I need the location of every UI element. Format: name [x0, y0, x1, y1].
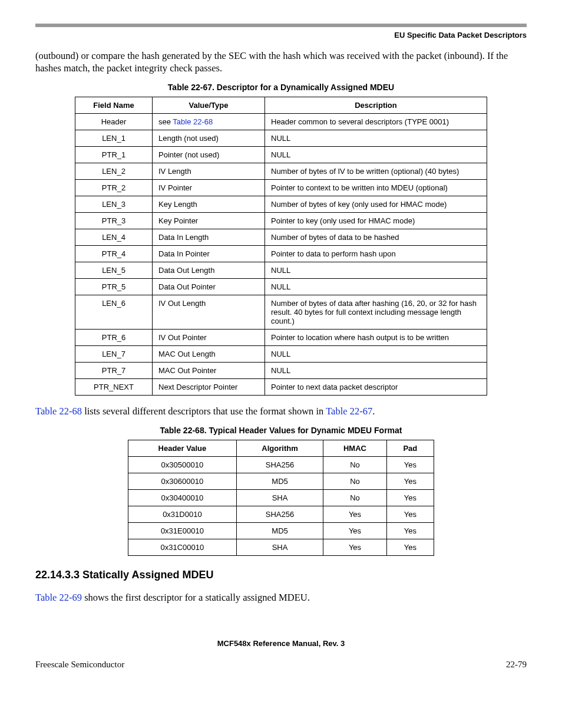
table-22-67: Field Name Value/Type Description Header…	[75, 97, 487, 396]
cell-description: Header common to several descriptors (TY…	[265, 113, 487, 130]
table-row: LEN_1Length (not used)NULL	[75, 130, 487, 146]
cell-value-type: Data In Length	[153, 229, 265, 245]
col-field-name: Field Name	[75, 97, 153, 113]
col-header-value: Header Value	[128, 440, 237, 457]
cell: Yes	[323, 523, 386, 539]
col-value-type: Value/Type	[153, 97, 265, 113]
cell: 0x30600010	[128, 473, 237, 490]
table-row: PTR_3Key PointerPointer to key (only use…	[75, 212, 487, 229]
table-row: 0x30600010MD5NoYes	[128, 473, 434, 490]
cell-value-type: IV Length	[153, 163, 265, 179]
cell-value-type: Key Length	[153, 196, 265, 212]
cell: SHA256	[236, 506, 323, 523]
footer-left: Freescale Semiconductor	[35, 660, 124, 670]
cell-value-type: Pointer (not used)	[153, 146, 265, 163]
cell-field-name: PTR_NEXT	[75, 378, 153, 395]
table-row: PTR_1Pointer (not used)NULL	[75, 146, 487, 163]
cell: Yes	[386, 473, 434, 490]
cell-value-type: MAC Out Pointer	[153, 362, 265, 378]
cell: Yes	[386, 539, 434, 556]
cell-description: NULL	[265, 362, 487, 378]
cell-description: Pointer to key (only used for HMAC mode)	[265, 212, 487, 229]
cell-description: Pointer to location where hash output is…	[265, 329, 487, 345]
table-row: PTR_7MAC Out PointerNULL	[75, 362, 487, 378]
cell: SHA	[236, 539, 323, 556]
cell: No	[323, 457, 386, 473]
cell-field-name: LEN_1	[75, 130, 153, 146]
col-pad: Pad	[386, 440, 434, 457]
footer-page-number: 22-79	[506, 660, 527, 670]
cell: No	[323, 490, 386, 506]
table-row: 0x30500010SHA256NoYes	[128, 457, 434, 473]
cell: SHA256	[236, 457, 323, 473]
table-row: LEN_7MAC Out LengthNULL	[75, 345, 487, 362]
footer-doc-title: MCF548x Reference Manual, Rev. 3	[35, 639, 527, 648]
table-22-68: Header Value Algorithm HMAC Pad 0x305000…	[128, 440, 434, 556]
cell-value-type: IV Pointer	[153, 179, 265, 196]
cell-field-name: PTR_7	[75, 362, 153, 378]
running-header: EU Specific Data Packet Descriptors	[35, 31, 527, 39]
cell-value-type: Data Out Pointer	[153, 278, 265, 295]
link-in-cell[interactable]: Table 22-68	[173, 117, 213, 126]
cell-description: NULL	[265, 146, 487, 163]
cell: Yes	[386, 523, 434, 539]
cell-field-name: LEN_2	[75, 163, 153, 179]
cell-description: NULL	[265, 262, 487, 278]
cell-field-name: LEN_7	[75, 345, 153, 362]
col-algorithm: Algorithm	[236, 440, 323, 457]
section-heading: 22.14.3.3 Statically Assigned MDEU	[35, 569, 527, 581]
cell-description: Pointer to data to perform hash upon	[265, 245, 487, 262]
cell-description: NULL	[265, 130, 487, 146]
link-table-22-67[interactable]: Table 22-67	[326, 406, 372, 417]
cell-description: Pointer to context to be written into MD…	[265, 179, 487, 196]
cell: Yes	[323, 539, 386, 556]
cell-field-name: LEN_4	[75, 229, 153, 245]
mid-post: .	[372, 406, 375, 417]
table2-caption: Table 22-68. Typical Header Values for D…	[35, 426, 527, 435]
table-row: LEN_2IV LengthNumber of bytes of IV to b…	[75, 163, 487, 179]
cell-value-type: IV Out Pointer	[153, 329, 265, 345]
table-row: 0x31E00010MD5YesYes	[128, 523, 434, 539]
table-row: PTR_NEXTNext Descriptor PointerPointer t…	[75, 378, 487, 395]
table-row: Headersee Table 22-68Header common to se…	[75, 113, 487, 130]
cell-value-type: Data Out Length	[153, 262, 265, 278]
link-table-22-69[interactable]: Table 22-69	[35, 592, 82, 603]
cell: 0x31D0010	[128, 506, 237, 523]
table-row: LEN_6IV Out LengthNumber of bytes of dat…	[75, 295, 487, 329]
table-row: LEN_3Key LengthNumber of bytes of key (o…	[75, 196, 487, 212]
cell-description: NULL	[265, 278, 487, 295]
cell-value-type: Key Pointer	[153, 212, 265, 229]
cell: MD5	[236, 523, 323, 539]
link-table-22-68[interactable]: Table 22-68	[35, 406, 82, 417]
cell: No	[323, 473, 386, 490]
table-row: PTR_4Data In PointerPointer to data to p…	[75, 245, 487, 262]
cell-description: Number of bytes of key (only used for HM…	[265, 196, 487, 212]
table-header-row: Field Name Value/Type Description	[75, 97, 487, 113]
cell: 0x31C00010	[128, 539, 237, 556]
cell: Yes	[386, 490, 434, 506]
table-row: 0x31C00010SHAYesYes	[128, 539, 434, 556]
last-paragraph: Table 22-69 shows the first descriptor f…	[35, 591, 527, 604]
table-row: LEN_5Data Out LengthNULL	[75, 262, 487, 278]
header-rule	[35, 24, 527, 27]
cell-value-type: see Table 22-68	[153, 113, 265, 130]
cell-description: Number of bytes of IV to be written (opt…	[265, 163, 487, 179]
cell-field-name: PTR_4	[75, 245, 153, 262]
cell-field-name: PTR_1	[75, 146, 153, 163]
cell-value-type: IV Out Length	[153, 295, 265, 329]
cell-field-name: PTR_2	[75, 179, 153, 196]
table1-caption: Table 22-67. Descriptor for a Dynamicall…	[35, 83, 527, 92]
cell: MD5	[236, 473, 323, 490]
cell: SHA	[236, 490, 323, 506]
table-row: PTR_5Data Out PointerNULL	[75, 278, 487, 295]
intro-paragraph: (outbound) or compare the hash generated…	[35, 50, 527, 74]
cell-field-name: PTR_6	[75, 329, 153, 345]
cell: Yes	[386, 457, 434, 473]
last-rest: shows the first descriptor for a statica…	[82, 592, 310, 603]
cell-field-name: LEN_6	[75, 295, 153, 329]
col-description: Description	[265, 97, 487, 113]
cell-value-type: Length (not used)	[153, 130, 265, 146]
cell-field-name: Header	[75, 113, 153, 130]
cell: 0x30400010	[128, 490, 237, 506]
cell-field-name: PTR_3	[75, 212, 153, 229]
